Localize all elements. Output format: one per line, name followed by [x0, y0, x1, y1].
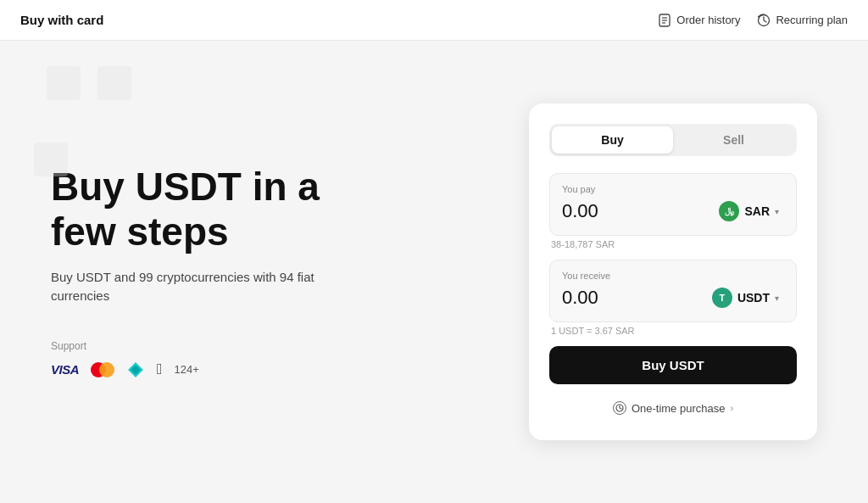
you-pay-group: You pay 0.00 ﷼ SAR ▾ [549, 173, 797, 236]
you-receive-row: 0.00 T USDT ▾ [562, 284, 784, 311]
you-pay-value[interactable]: 0.00 [562, 200, 598, 222]
receive-currency-selector[interactable]: T USDT ▾ [707, 284, 784, 311]
order-history-icon [658, 14, 671, 27]
pay-currency-chevron: ▾ [775, 207, 779, 216]
pay-currency-code: SAR [744, 204, 770, 218]
apple-pay-icon:  [157, 360, 163, 378]
deco-square-2 [97, 66, 131, 100]
one-time-purchase-label: One-time purchase [632, 402, 726, 415]
one-time-purchase-chevron: › [730, 403, 733, 413]
buy-sell-card: Buy Sell You pay 0.00 ﷼ SAR ▾ 38-18,787 … [529, 103, 817, 440]
order-history-button[interactable]: Order history [658, 14, 740, 27]
sar-currency-icon: ﷼ [719, 201, 739, 221]
tab-buy[interactable]: Buy [552, 126, 673, 154]
you-receive-group: You receive 0.00 T USDT ▾ [549, 260, 797, 322]
right-section: Buy Sell You pay 0.00 ﷼ SAR ▾ 38-18,787 … [529, 103, 817, 440]
one-time-purchase-icon [613, 401, 626, 415]
usdt-currency-icon: T [712, 288, 732, 308]
main-heading: Buy USDT in a few steps [51, 165, 478, 254]
deco-square-1 [47, 66, 81, 100]
support-label: Support [51, 340, 478, 352]
heading-line2: few steps [51, 210, 229, 254]
header-actions: Order history Recurring plan [658, 14, 848, 27]
tab-sell[interactable]: Sell [673, 126, 794, 154]
you-pay-row: 0.00 ﷼ SAR ▾ [562, 198, 784, 225]
main-content: Buy USDT in a few steps Buy USDT and 99 … [0, 41, 868, 503]
paxos-icon [126, 360, 145, 379]
payment-icons: VISA  124+ [51, 360, 478, 379]
left-section: Buy USDT in a few steps Buy USDT and 99 … [51, 165, 529, 379]
page-title: Buy with card [20, 13, 103, 27]
you-receive-value[interactable]: 0.00 [562, 287, 598, 309]
one-time-purchase-button[interactable]: One-time purchase › [549, 396, 797, 420]
receive-currency-code: USDT [737, 291, 770, 305]
mastercard-icon [91, 362, 114, 377]
main-subtext: Buy USDT and 99 cryptocurrencies with 94… [51, 268, 339, 306]
heading-line1: Buy USDT in a [51, 165, 320, 209]
mc-circle-right [99, 362, 114, 377]
receive-currency-chevron: ▾ [775, 293, 779, 303]
header: Buy with card Order history Recurring pl… [0, 0, 868, 41]
you-receive-hint: 1 USDT = 3.67 SAR [549, 326, 797, 336]
recurring-plan-icon [757, 14, 771, 27]
deco-square-3 [34, 143, 68, 176]
support-section: Support VISA  124+ [51, 340, 478, 379]
you-receive-label: You receive [562, 271, 784, 281]
visa-icon: VISA [51, 362, 79, 377]
buy-sell-tabs: Buy Sell [549, 124, 797, 156]
you-pay-hint: 38-18,787 SAR [549, 239, 797, 249]
you-pay-label: You pay [562, 184, 784, 194]
recurring-plan-button[interactable]: Recurring plan [757, 14, 848, 27]
buy-usdt-button[interactable]: Buy USDT [549, 346, 797, 384]
order-history-label: Order history [676, 14, 740, 26]
recurring-plan-label: Recurring plan [776, 14, 848, 26]
payment-more-label: 124+ [175, 363, 199, 376]
pay-currency-selector[interactable]: ﷼ SAR ▾ [714, 198, 784, 225]
